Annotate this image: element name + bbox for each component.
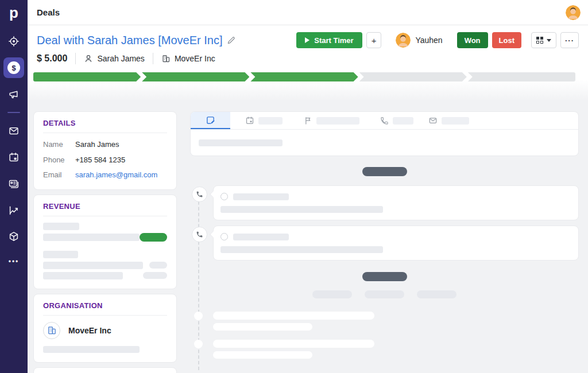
sidebar-item-products[interactable]	[3, 226, 24, 247]
activity-checkbox[interactable]	[220, 193, 228, 200]
skeleton-text	[43, 272, 123, 279]
deal-person-link[interactable]: Sarah James	[84, 54, 144, 63]
layout-switcher-button[interactable]	[531, 32, 556, 48]
organisation-link[interactable]: MoveEr Inc	[43, 322, 167, 339]
organisation-panel: ORGANISATION MoveEr Inc	[33, 294, 177, 363]
skeleton-pill	[149, 262, 167, 269]
email-link[interactable]: sarah.james@gmail.com	[75, 170, 157, 180]
deal-owner[interactable]: Yauhen	[396, 33, 442, 48]
separator	[75, 53, 76, 64]
start-timer-button[interactable]: Start Timer	[296, 32, 362, 48]
products-box-icon	[8, 231, 20, 242]
note-icon	[206, 115, 215, 125]
phone-icon	[196, 191, 203, 198]
pipeline-stage-1[interactable]	[33, 72, 141, 81]
sidebar-item-deals[interactable]: $	[3, 57, 24, 78]
deal-header: Deal with Sarah James [MoveEr Inc] Start…	[28, 25, 588, 101]
revenue-green-pill[interactable]	[140, 233, 167, 242]
sidebar-item-mail[interactable]	[3, 121, 24, 141]
extra-panel	[33, 367, 177, 373]
deal-organization-link[interactable]: MoveEr Inc	[161, 54, 215, 63]
skeleton-pill	[143, 272, 167, 279]
timeline-call-item[interactable]	[213, 185, 579, 220]
leads-target-icon	[8, 36, 20, 47]
sidebar-more-dots-icon[interactable]: •••	[9, 258, 20, 266]
deal-title: Deal with Sarah James [MoveEr Inc]	[37, 34, 222, 47]
pipeline-stage-3[interactable]	[250, 72, 358, 81]
app-window: p $	[0, 0, 588, 373]
details-heading: DETAILS	[43, 119, 167, 127]
sidebar-divider	[7, 112, 20, 113]
tab-calls[interactable]	[373, 112, 420, 129]
play-icon	[305, 37, 310, 43]
chevron-down-icon	[547, 39, 551, 42]
sidebar-item-contacts[interactable]	[3, 173, 24, 194]
user-avatar[interactable]	[566, 5, 581, 20]
card-notch	[210, 191, 217, 198]
organisation-name: MoveEr Inc	[68, 326, 111, 335]
contacts-card-icon	[8, 178, 20, 189]
separator	[153, 53, 153, 64]
tab-notes[interactable]	[191, 112, 230, 129]
skeleton-text	[213, 340, 374, 348]
page-title: Deals	[37, 7, 60, 17]
detail-sidebar: DETAILS Name Sarah James Phone +185 584 …	[33, 111, 177, 373]
flag-icon	[303, 116, 312, 125]
deals-dollar-icon: $	[7, 61, 20, 74]
skeleton-text	[43, 346, 140, 353]
skeleton-text	[199, 139, 283, 146]
skeleton-text	[233, 193, 289, 200]
skeleton-tab-label	[316, 117, 359, 125]
details-panel: DETAILS Name Sarah James Phone +185 584 …	[33, 111, 177, 190]
skeleton-text	[233, 234, 289, 240]
timeline-call-item[interactable]	[213, 226, 579, 261]
skeleton-text	[213, 351, 312, 359]
pipedrive-logo[interactable]: p	[9, 0, 18, 28]
organisation-avatar	[43, 322, 60, 339]
skeleton-text	[43, 251, 78, 258]
owner-name: Yauhen	[415, 36, 442, 45]
phone-badge	[192, 187, 207, 202]
sidebar: p $	[0, 0, 28, 373]
tab-email[interactable]	[421, 112, 476, 129]
sidebar-item-campaigns[interactable]	[3, 84, 24, 104]
skeleton-text	[213, 323, 312, 331]
won-button[interactable]: Won	[457, 32, 488, 48]
phone-badge	[192, 227, 207, 242]
timeline-filter-pills	[190, 290, 579, 298]
activity-tabs-card	[190, 111, 579, 156]
divider	[43, 216, 167, 216]
grid-view-icon	[536, 37, 543, 44]
activity-checkbox[interactable]	[220, 233, 228, 240]
timeline-date-pill	[362, 167, 407, 176]
note-input-area[interactable]	[191, 130, 578, 156]
divider	[43, 315, 167, 316]
skeleton-tab-label	[442, 117, 469, 125]
campaigns-megaphone-icon	[8, 88, 20, 100]
mail-icon	[8, 125, 20, 137]
detail-row-phone: Phone +185 584 1235	[43, 155, 167, 165]
sidebar-item-leads[interactable]	[3, 31, 24, 52]
skeleton-text	[43, 234, 140, 241]
skeleton-tab-label	[393, 117, 413, 125]
lost-button[interactable]: Lost	[492, 32, 521, 48]
skeleton-text	[220, 206, 383, 213]
sidebar-item-insights[interactable]	[3, 200, 24, 220]
pipeline-stage-4[interactable]	[359, 72, 467, 81]
timeline-ghost-item	[213, 340, 579, 359]
organisation-heading: ORGANISATION	[43, 301, 167, 310]
edit-pencil-icon[interactable]	[227, 36, 235, 45]
more-options-button[interactable]: ···	[560, 32, 579, 48]
skeleton-text	[213, 312, 374, 320]
add-button[interactable]: +	[366, 32, 382, 48]
person-icon	[84, 54, 93, 63]
pipeline-stage-bar	[33, 72, 575, 81]
tab-activity[interactable]	[238, 112, 289, 129]
pipeline-stage-5[interactable]	[468, 72, 575, 81]
tab-plan[interactable]	[296, 112, 366, 129]
pipeline-stage-2[interactable]	[142, 72, 249, 81]
owner-avatar	[396, 33, 411, 48]
sidebar-item-calendar[interactable]	[3, 147, 24, 168]
skeleton-pill	[312, 290, 352, 298]
divider	[43, 133, 167, 133]
